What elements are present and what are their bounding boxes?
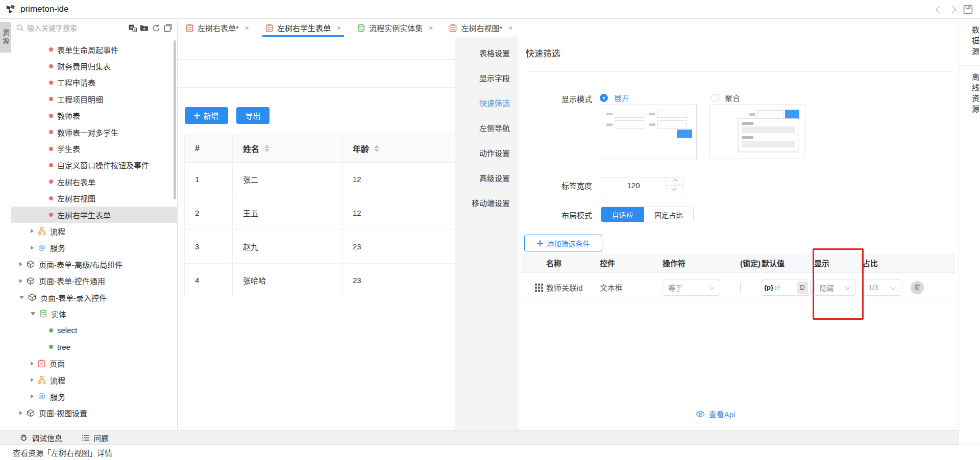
tree-item[interactable]: 实体 <box>11 305 178 322</box>
table-row[interactable]: 4张哈哈23 <box>185 264 455 297</box>
menu-item-mobile[interactable]: 移动端设置 <box>455 190 518 215</box>
delete-row-button[interactable] <box>911 281 924 294</box>
titlebar: primeton-ide <box>0 0 980 19</box>
add-filter-button[interactable]: 添加筛选条件 <box>524 235 602 251</box>
tree-item[interactable]: select <box>11 322 178 339</box>
tree-item[interactable]: 服务 <box>11 388 178 404</box>
operator-select[interactable]: 等于 <box>663 279 720 296</box>
form-dot-icon <box>49 81 53 85</box>
tree-item-selected[interactable]: 左树右学生表单 <box>11 207 178 223</box>
close-icon[interactable]: × <box>508 24 512 32</box>
label-width-input[interactable] <box>601 177 666 193</box>
header-ratio: 占比 <box>863 258 955 268</box>
tree-item[interactable]: 财务费用归集表 <box>11 58 178 74</box>
tree-item[interactable]: 页面-表单-高级/布局组件 <box>11 256 178 272</box>
tree-item[interactable]: 流程 <box>11 223 178 239</box>
tree-item[interactable]: 左树右表单 <box>11 173 178 190</box>
refresh-icon[interactable] <box>152 23 160 32</box>
tree-item[interactable]: 流程 <box>11 372 178 388</box>
segment-adaptive[interactable]: 自适应 <box>601 207 644 222</box>
menu-item-quick-filter[interactable]: 快速筛选 <box>455 90 518 115</box>
save-icon[interactable] <box>963 5 973 14</box>
display-select[interactable]: 隐藏 <box>814 279 856 296</box>
tree-item[interactable]: 页面-表单-录入控件 <box>11 289 178 305</box>
default-action-button[interactable]: D <box>797 282 808 294</box>
debug-info-button[interactable]: 调试信息 <box>19 432 62 443</box>
expand-mode-preview[interactable] <box>601 105 697 159</box>
export-button[interactable]: 导出 <box>236 107 270 124</box>
new-folder-icon[interactable] <box>140 23 149 32</box>
filter-conditions-table: 名称 控件 操作符 (锁定) 默认值 显示 占比 教师关联id 文本框 等于 {… <box>521 253 955 302</box>
tree-item[interactable]: tree <box>11 339 178 355</box>
radio-aggregate[interactable]: 聚合 <box>710 92 740 103</box>
tab-form[interactable]: 左树右表单*× <box>178 19 257 37</box>
tree-item[interactable]: 页面-表单-控件通用 <box>11 272 178 289</box>
drag-handle-icon[interactable] <box>535 284 543 292</box>
tree-item[interactable]: 服务 <box>11 240 178 256</box>
default-value-input[interactable]: {p}teD <box>762 279 811 296</box>
locked-checkbox[interactable] <box>740 283 741 292</box>
table-row[interactable]: 3赵九23 <box>185 230 455 264</box>
expand-arrow-icon[interactable] <box>19 279 22 283</box>
close-icon[interactable]: × <box>245 24 249 32</box>
tab-form-active[interactable]: 左树右学生表单× <box>257 19 349 37</box>
tab-entity[interactable]: 流程实例实体集× <box>349 19 441 37</box>
form-dot-icon <box>49 180 53 184</box>
expand-arrow-icon[interactable] <box>31 378 34 382</box>
tree-item[interactable]: 教师表 <box>11 108 178 124</box>
debug-icon <box>19 433 28 442</box>
sort-icon[interactable] <box>374 145 379 152</box>
segment-fixed-ratio[interactable]: 固定占比 <box>644 207 693 222</box>
tree-item[interactable]: 表单生命周起事件 <box>11 41 178 58</box>
nav-back-icon[interactable] <box>936 6 943 13</box>
tree-item[interactable]: 学生表 <box>11 140 178 157</box>
expand-arrow-icon[interactable] <box>31 229 34 233</box>
ratio-select[interactable]: 1/3 <box>863 279 901 296</box>
expand-arrow-icon[interactable] <box>31 362 34 366</box>
collapse-arrow-icon[interactable] <box>19 296 24 299</box>
col-header-name[interactable]: 姓名 <box>233 134 342 162</box>
number-stepper <box>666 177 683 193</box>
issues-button[interactable]: 问题 <box>82 432 109 443</box>
table-row[interactable]: 1张二12 <box>185 163 455 196</box>
menu-item-table-settings[interactable]: 表格设置 <box>455 40 518 65</box>
close-icon[interactable]: × <box>337 24 341 32</box>
add-button[interactable]: 新增 <box>185 107 228 124</box>
locale-icon[interactable] <box>128 23 137 32</box>
menu-item-display-fields[interactable]: 显示字段 <box>455 65 518 90</box>
table-row[interactable]: 2王五12 <box>185 196 455 230</box>
rail-tab-resources[interactable]: 资源 <box>0 22 11 53</box>
expand-arrow-icon[interactable] <box>31 246 34 250</box>
col-header-age[interactable]: 年龄 <box>342 134 455 162</box>
rail-tab-offline-resources[interactable]: 离线资源 <box>959 66 980 123</box>
collapse-panel-icon[interactable] <box>163 23 172 32</box>
step-up-button[interactable] <box>666 177 683 185</box>
sidebar-scrollbar[interactable] <box>174 40 176 199</box>
expand-arrow-icon[interactable] <box>31 394 34 398</box>
tree-item[interactable]: 教师表一对多学生 <box>11 124 178 140</box>
tab-view[interactable]: 左树右视图*× <box>441 19 521 37</box>
rail-tab-datasource[interactable]: 数据源 <box>959 19 980 66</box>
close-icon[interactable]: × <box>429 24 433 32</box>
tree-item[interactable]: 工程申请表 <box>11 74 178 91</box>
menu-item-actions[interactable]: 动作设置 <box>455 140 518 165</box>
tree-item[interactable]: 自定义窗口操作按钮及事件 <box>11 157 178 173</box>
aggregate-mode-preview[interactable] <box>709 105 805 159</box>
collapse-arrow-icon[interactable] <box>31 312 35 315</box>
tree-item[interactable]: 工程项目明细 <box>11 91 178 107</box>
sort-icon[interactable] <box>264 145 270 152</box>
expand-arrow-icon[interactable] <box>19 411 22 415</box>
view-api-link[interactable]: 查看Api <box>696 408 736 419</box>
step-down-button[interactable] <box>666 185 683 193</box>
nav-forward-icon[interactable] <box>949 6 956 13</box>
search-input[interactable] <box>27 24 125 32</box>
expand-arrow-icon[interactable] <box>19 262 22 266</box>
radio-expand[interactable]: 展开 <box>600 92 629 103</box>
statusbar: 查看资源「左树右视图」详情 <box>0 445 980 460</box>
tree-item[interactable]: 左树右视图 <box>11 190 178 207</box>
menu-item-left-nav[interactable]: 左侧导航 <box>455 115 518 140</box>
tree-item[interactable]: 页面-视图设置 <box>11 405 178 421</box>
package-icon <box>27 277 35 285</box>
tree-item[interactable]: 页面 <box>11 355 178 371</box>
menu-item-advanced[interactable]: 高级设置 <box>455 165 518 190</box>
